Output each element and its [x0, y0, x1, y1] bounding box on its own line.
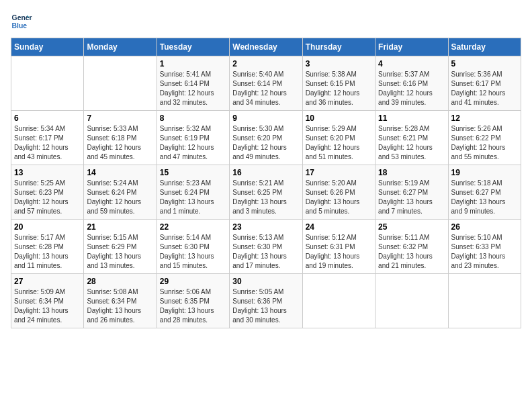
day-number: 29	[160, 277, 226, 286]
calendar-week-row: 6Sunrise: 5:34 AMSunset: 6:17 PMDaylight…	[11, 111, 521, 165]
day-info: Sunrise: 5:06 AMSunset: 6:35 PMDaylight:…	[160, 287, 226, 325]
day-number: 4	[378, 59, 445, 68]
day-info: Sunrise: 5:11 AMSunset: 6:32 PMDaylight:…	[378, 233, 445, 271]
day-number: 20	[14, 222, 81, 232]
day-info: Sunrise: 5:09 AMSunset: 6:34 PMDaylight:…	[14, 287, 81, 325]
day-number: 6	[14, 113, 81, 123]
calendar-cell: 4Sunrise: 5:37 AMSunset: 6:16 PMDaylight…	[375, 56, 448, 111]
day-info: Sunrise: 5:14 AMSunset: 6:30 PMDaylight:…	[160, 233, 226, 271]
day-info: Sunrise: 5:08 AMSunset: 6:34 PMDaylight:…	[87, 287, 153, 325]
day-info: Sunrise: 5:28 AMSunset: 6:21 PMDaylight:…	[378, 124, 445, 162]
calendar-cell	[448, 274, 521, 328]
weekday-header: Tuesday	[157, 38, 229, 56]
day-number: 26	[451, 222, 518, 232]
calendar-cell: 14Sunrise: 5:24 AMSunset: 6:24 PMDayligh…	[84, 165, 157, 220]
weekday-header: Saturday	[448, 38, 521, 56]
calendar-cell: 22Sunrise: 5:14 AMSunset: 6:30 PMDayligh…	[157, 220, 229, 274]
day-info: Sunrise: 5:26 AMSunset: 6:22 PMDaylight:…	[451, 124, 518, 162]
day-info: Sunrise: 5:19 AMSunset: 6:27 PMDaylight:…	[378, 179, 445, 216]
day-info: Sunrise: 5:18 AMSunset: 6:27 PMDaylight:…	[451, 179, 518, 216]
calendar-cell: 27Sunrise: 5:09 AMSunset: 6:34 PMDayligh…	[11, 274, 84, 328]
day-number: 10	[306, 113, 372, 123]
svg-text:General: General	[12, 14, 32, 21]
day-number: 3	[306, 59, 372, 68]
day-info: Sunrise: 5:12 AMSunset: 6:31 PMDaylight:…	[306, 233, 372, 271]
calendar-cell: 10Sunrise: 5:29 AMSunset: 6:20 PMDayligh…	[302, 111, 375, 165]
day-number: 21	[87, 222, 153, 232]
calendar-cell	[375, 274, 448, 328]
calendar-cell: 24Sunrise: 5:12 AMSunset: 6:31 PMDayligh…	[302, 220, 375, 274]
calendar-cell: 1Sunrise: 5:41 AMSunset: 6:14 PMDaylight…	[157, 56, 229, 111]
calendar-cell: 11Sunrise: 5:28 AMSunset: 6:21 PMDayligh…	[375, 111, 448, 165]
weekday-header: Wednesday	[230, 38, 302, 56]
svg-text:Blue: Blue	[12, 22, 28, 30]
day-info: Sunrise: 5:17 AMSunset: 6:28 PMDaylight:…	[14, 233, 81, 271]
day-number: 12	[451, 113, 518, 123]
calendar-cell: 30Sunrise: 5:05 AMSunset: 6:36 PMDayligh…	[230, 274, 302, 328]
day-number: 28	[87, 277, 153, 286]
calendar-cell: 6Sunrise: 5:34 AMSunset: 6:17 PMDaylight…	[11, 111, 84, 165]
day-info: Sunrise: 5:41 AMSunset: 6:14 PMDaylight:…	[160, 70, 226, 107]
calendar-cell: 28Sunrise: 5:08 AMSunset: 6:34 PMDayligh…	[84, 274, 157, 328]
calendar-cell: 9Sunrise: 5:30 AMSunset: 6:20 PMDaylight…	[230, 111, 302, 165]
day-number: 13	[14, 168, 81, 177]
day-info: Sunrise: 5:32 AMSunset: 6:19 PMDaylight:…	[160, 124, 226, 162]
calendar-cell: 25Sunrise: 5:11 AMSunset: 6:32 PMDayligh…	[375, 220, 448, 274]
calendar-table: SundayMondayTuesdayWednesdayThursdayFrid…	[11, 38, 521, 328]
day-info: Sunrise: 5:23 AMSunset: 6:24 PMDaylight:…	[160, 179, 226, 216]
day-number: 2	[232, 59, 299, 68]
calendar-cell: 20Sunrise: 5:17 AMSunset: 6:28 PMDayligh…	[11, 220, 84, 274]
day-info: Sunrise: 5:33 AMSunset: 6:18 PMDaylight:…	[87, 124, 153, 162]
day-number: 17	[306, 168, 372, 177]
calendar-cell: 19Sunrise: 5:18 AMSunset: 6:27 PMDayligh…	[448, 165, 521, 220]
calendar-body: 1Sunrise: 5:41 AMSunset: 6:14 PMDaylight…	[11, 56, 521, 328]
day-info: Sunrise: 5:20 AMSunset: 6:26 PMDaylight:…	[306, 179, 372, 216]
calendar-week-row: 20Sunrise: 5:17 AMSunset: 6:28 PMDayligh…	[11, 220, 521, 274]
calendar-cell: 17Sunrise: 5:20 AMSunset: 6:26 PMDayligh…	[302, 165, 375, 220]
day-number: 24	[306, 222, 372, 232]
day-number: 15	[160, 168, 226, 177]
day-number: 8	[160, 113, 226, 123]
calendar-cell: 18Sunrise: 5:19 AMSunset: 6:27 PMDayligh…	[375, 165, 448, 220]
calendar-cell: 16Sunrise: 5:21 AMSunset: 6:25 PMDayligh…	[230, 165, 302, 220]
day-number: 30	[232, 277, 299, 286]
calendar-cell: 13Sunrise: 5:25 AMSunset: 6:23 PMDayligh…	[11, 165, 84, 220]
day-info: Sunrise: 5:24 AMSunset: 6:24 PMDaylight:…	[87, 179, 153, 216]
day-number: 27	[14, 277, 81, 286]
day-info: Sunrise: 5:25 AMSunset: 6:23 PMDaylight:…	[14, 179, 81, 216]
day-number: 25	[378, 222, 445, 232]
calendar-cell: 23Sunrise: 5:13 AMSunset: 6:30 PMDayligh…	[230, 220, 302, 274]
weekday-header: Sunday	[11, 38, 84, 56]
calendar-week-row: 1Sunrise: 5:41 AMSunset: 6:14 PMDaylight…	[11, 56, 521, 111]
calendar-cell: 15Sunrise: 5:23 AMSunset: 6:24 PMDayligh…	[157, 165, 229, 220]
calendar-cell	[11, 56, 84, 111]
calendar-cell	[84, 56, 157, 111]
day-number: 1	[160, 59, 226, 68]
day-number: 5	[451, 59, 518, 68]
calendar-week-row: 13Sunrise: 5:25 AMSunset: 6:23 PMDayligh…	[11, 165, 521, 220]
day-info: Sunrise: 5:15 AMSunset: 6:29 PMDaylight:…	[87, 233, 153, 271]
page-header: General Blue	[11, 11, 521, 32]
day-info: Sunrise: 5:36 AMSunset: 6:17 PMDaylight:…	[451, 70, 518, 107]
day-number: 19	[451, 168, 518, 177]
calendar-cell: 3Sunrise: 5:38 AMSunset: 6:15 PMDaylight…	[302, 56, 375, 111]
calendar-cell: 26Sunrise: 5:10 AMSunset: 6:33 PMDayligh…	[448, 220, 521, 274]
day-info: Sunrise: 5:37 AMSunset: 6:16 PMDaylight:…	[378, 70, 445, 107]
calendar-cell: 7Sunrise: 5:33 AMSunset: 6:18 PMDaylight…	[84, 111, 157, 165]
weekday-header: Friday	[375, 38, 448, 56]
calendar-cell: 5Sunrise: 5:36 AMSunset: 6:17 PMDaylight…	[448, 56, 521, 111]
calendar-header: SundayMondayTuesdayWednesdayThursdayFrid…	[11, 38, 521, 56]
logo-icon: General Blue	[11, 11, 32, 32]
logo: General Blue	[11, 11, 32, 32]
calendar-cell: 2Sunrise: 5:40 AMSunset: 6:14 PMDaylight…	[230, 56, 302, 111]
day-info: Sunrise: 5:40 AMSunset: 6:14 PMDaylight:…	[232, 70, 299, 107]
day-number: 7	[87, 113, 153, 123]
day-info: Sunrise: 5:10 AMSunset: 6:33 PMDaylight:…	[451, 233, 518, 271]
day-number: 23	[232, 222, 299, 232]
day-info: Sunrise: 5:13 AMSunset: 6:30 PMDaylight:…	[232, 233, 299, 271]
calendar-week-row: 27Sunrise: 5:09 AMSunset: 6:34 PMDayligh…	[11, 274, 521, 328]
calendar-cell	[302, 274, 375, 328]
weekday-header: Monday	[84, 38, 157, 56]
calendar-cell: 21Sunrise: 5:15 AMSunset: 6:29 PMDayligh…	[84, 220, 157, 274]
day-info: Sunrise: 5:29 AMSunset: 6:20 PMDaylight:…	[306, 124, 372, 162]
